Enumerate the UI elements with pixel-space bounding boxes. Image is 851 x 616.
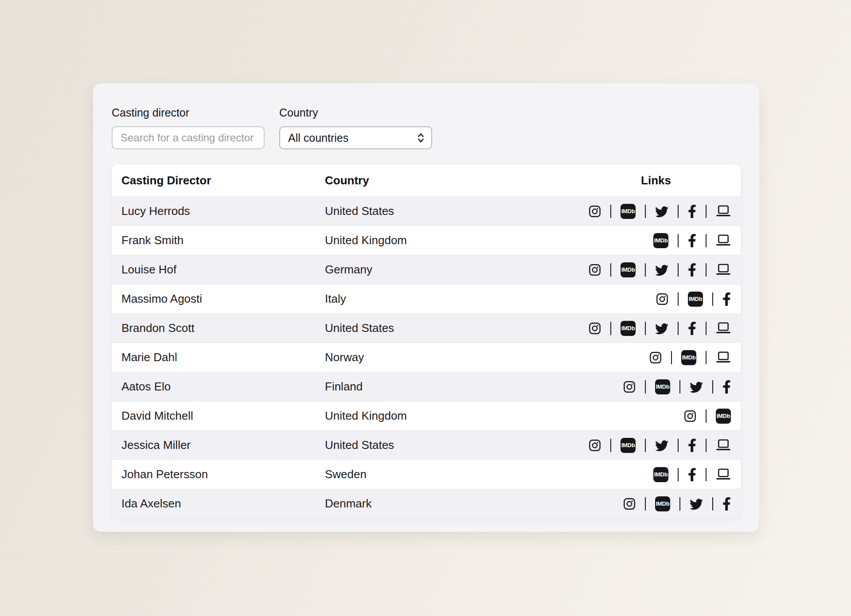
website-link[interactable] <box>716 468 731 480</box>
instagram-link[interactable] <box>589 322 601 335</box>
facebook-link[interactable] <box>688 468 696 481</box>
twitter-link[interactable] <box>655 439 668 452</box>
director-name: Johan Petersson <box>112 468 325 481</box>
twitter-link[interactable] <box>690 380 703 394</box>
director-links: IMDb <box>571 321 741 336</box>
director-search-input[interactable] <box>112 126 265 149</box>
header-casting-director: Casting Director <box>112 174 325 187</box>
table-row: Massimo AgostiItalyIMDb <box>112 284 741 313</box>
director-links: IMDb <box>571 292 741 307</box>
link-separator <box>706 322 707 335</box>
facebook-icon <box>722 497 731 511</box>
link-separator <box>678 439 679 452</box>
imdb-link[interactable]: IMDb <box>688 292 703 307</box>
instagram-link[interactable] <box>589 264 601 276</box>
imdb-link[interactable]: IMDb <box>655 379 670 394</box>
facebook-link[interactable] <box>722 292 731 306</box>
country-select-value: All countries <box>288 132 348 144</box>
twitter-link[interactable] <box>655 322 668 335</box>
director-links: IMDb <box>571 467 741 482</box>
imdb-link[interactable]: IMDb <box>621 204 636 219</box>
twitter-icon <box>655 263 668 277</box>
director-name: Jessica Miller <box>112 438 325 452</box>
director-country: United Kingdom <box>325 234 571 247</box>
link-separator <box>712 497 713 511</box>
director-country: Finland <box>325 380 571 394</box>
link-separator <box>706 409 707 423</box>
table-row: Louise HofGermanyIMDb <box>112 255 741 284</box>
link-separator <box>645 263 646 277</box>
imdb-link[interactable]: IMDb <box>681 350 696 365</box>
instagram-icon <box>623 381 636 393</box>
director-name: Ida Axelsen <box>112 497 325 511</box>
table-header-row: Casting Director Country Links <box>112 164 741 196</box>
country-filter-label: Country <box>279 106 432 119</box>
instagram-link[interactable] <box>589 205 601 218</box>
imdb-link[interactable]: IMDb <box>655 496 670 511</box>
facebook-link[interactable] <box>688 205 696 218</box>
website-link[interactable] <box>716 351 731 363</box>
instagram-icon <box>649 351 662 364</box>
table-row: Johan PeterssonSwedenIMDb <box>112 460 741 489</box>
twitter-link[interactable] <box>655 205 668 218</box>
chevron-up-down-icon <box>418 133 424 143</box>
website-link[interactable] <box>716 322 731 334</box>
link-separator <box>645 439 646 452</box>
facebook-link[interactable] <box>722 497 731 511</box>
imdb-link[interactable]: IMDb <box>653 467 668 482</box>
instagram-link[interactable] <box>649 351 662 364</box>
instagram-icon <box>589 322 601 335</box>
imdb-link[interactable]: IMDb <box>716 409 731 424</box>
link-separator <box>678 234 679 247</box>
website-link[interactable] <box>716 234 731 246</box>
link-separator <box>678 292 679 306</box>
facebook-icon <box>688 205 696 218</box>
director-filter-group: Casting director <box>112 106 265 149</box>
website-link[interactable] <box>716 264 731 276</box>
instagram-link[interactable] <box>684 410 696 422</box>
director-country: Denmark <box>325 497 571 511</box>
link-separator <box>645 322 646 335</box>
imdb-link[interactable]: IMDb <box>621 438 636 453</box>
link-separator <box>610 205 611 218</box>
imdb-icon: IMDb <box>655 496 670 511</box>
director-links: IMDb <box>571 204 741 219</box>
link-separator <box>706 351 707 364</box>
link-separator <box>671 351 672 364</box>
instagram-link[interactable] <box>623 498 636 510</box>
imdb-link[interactable]: IMDb <box>621 262 636 277</box>
twitter-icon <box>655 205 668 218</box>
country-select[interactable]: All countries <box>279 126 432 149</box>
imdb-icon: IMDb <box>621 262 636 277</box>
instagram-link[interactable] <box>589 439 601 452</box>
instagram-link[interactable] <box>623 381 636 393</box>
facebook-link[interactable] <box>688 439 696 452</box>
link-separator <box>645 205 646 218</box>
facebook-icon <box>688 322 696 335</box>
imdb-icon: IMDb <box>681 350 696 365</box>
imdb-icon: IMDb <box>653 233 668 248</box>
facebook-link[interactable] <box>722 380 731 394</box>
facebook-link[interactable] <box>688 234 696 247</box>
header-links: Links <box>571 174 741 187</box>
facebook-link[interactable] <box>688 322 696 335</box>
facebook-link[interactable] <box>688 263 696 277</box>
header-country: Country <box>325 174 571 187</box>
link-separator <box>706 263 707 277</box>
imdb-icon: IMDb <box>653 467 668 482</box>
imdb-icon: IMDb <box>621 204 636 219</box>
website-link[interactable] <box>716 205 731 217</box>
twitter-link[interactable] <box>655 263 668 277</box>
link-separator <box>679 497 680 511</box>
website-link[interactable] <box>716 439 731 451</box>
casting-directory-card: Casting director Country All countries C… <box>93 83 759 532</box>
imdb-link[interactable]: IMDb <box>621 321 636 336</box>
table-row: Brandon ScottUnited StatesIMDb <box>112 313 741 343</box>
instagram-link[interactable] <box>656 293 668 305</box>
director-links: IMDb <box>571 379 741 394</box>
facebook-icon <box>722 292 731 306</box>
imdb-link[interactable]: IMDb <box>653 233 668 248</box>
link-separator <box>610 439 611 452</box>
twitter-link[interactable] <box>690 497 703 511</box>
facebook-icon <box>688 234 696 247</box>
